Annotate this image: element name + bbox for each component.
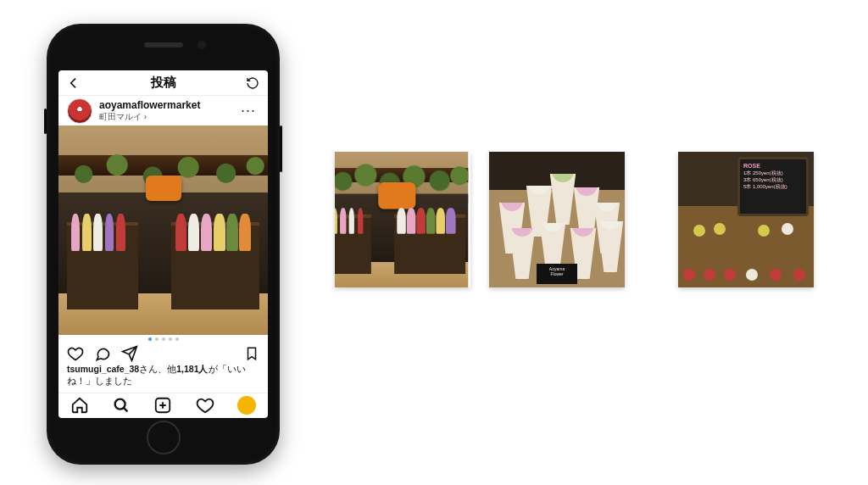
carousel-dot xyxy=(175,337,179,341)
gallery-thumb-2: AoyamaFlower xyxy=(489,152,625,287)
carousel-dot xyxy=(148,337,152,341)
post-header: aoyamaflowermarket 町田マルイ › ··· xyxy=(58,96,268,125)
app-screen: 投稿 aoyamaflowermarket 町田マルイ › ··· xyxy=(58,70,268,418)
chevron-left-icon xyxy=(67,76,81,90)
home-icon[interactable] xyxy=(70,396,89,415)
gallery-thumb-3: ROSE 1本 250yen(税抜) 3本 650yen(税抜) 5本 1,00… xyxy=(678,152,814,287)
post-more-button[interactable]: ··· xyxy=(237,98,259,123)
post-actions xyxy=(58,344,268,364)
search-icon[interactable] xyxy=(112,396,131,415)
app-header: 投稿 xyxy=(58,70,268,96)
comment-icon[interactable] xyxy=(94,345,111,362)
carousel-dot xyxy=(162,337,165,341)
caption-user[interactable]: tsumugi_cafe_38 xyxy=(67,364,139,374)
svg-point-0 xyxy=(115,399,125,410)
gallery-thumb-1 xyxy=(335,152,470,287)
flower-shop-photo xyxy=(58,125,268,335)
share-icon[interactable] xyxy=(121,345,138,362)
post-likes-caption: tsumugi_cafe_38さん、他1,181人が「いいね！」しました xyxy=(58,363,268,392)
refresh-icon xyxy=(246,76,259,90)
bookmark-icon[interactable] xyxy=(244,345,259,362)
phone-earpiece xyxy=(144,42,183,47)
header-title: 投稿 xyxy=(151,75,176,91)
phone-device-frame: 投稿 aoyamaflowermarket 町田マルイ › ··· xyxy=(47,24,280,465)
post-image-carousel[interactable] xyxy=(58,125,268,335)
bottom-nav xyxy=(58,393,268,418)
add-post-icon[interactable] xyxy=(153,396,172,415)
activity-icon[interactable] xyxy=(196,396,214,415)
back-button[interactable] xyxy=(67,76,81,90)
carousel-dot xyxy=(169,337,172,341)
refresh-button[interactable] xyxy=(246,76,259,90)
profile-tab[interactable] xyxy=(237,396,256,415)
carousel-dot xyxy=(155,337,159,341)
post-location[interactable]: 町田マルイ › xyxy=(99,112,231,122)
phone-home-button[interactable] xyxy=(147,421,181,454)
price-tag: AoyamaFlower xyxy=(537,264,577,284)
chalkboard-sign: ROSE 1本 250yen(税抜) 3本 650yen(税抜) 5本 1,00… xyxy=(737,157,809,216)
avatar[interactable] xyxy=(67,98,92,124)
svg-line-1 xyxy=(124,408,127,411)
flower-shop-photo xyxy=(335,152,468,287)
carousel-dots xyxy=(58,335,268,344)
like-icon[interactable] xyxy=(67,345,84,362)
phone-front-camera xyxy=(198,41,206,49)
post-username[interactable]: aoyamaflowermarket xyxy=(99,100,231,112)
